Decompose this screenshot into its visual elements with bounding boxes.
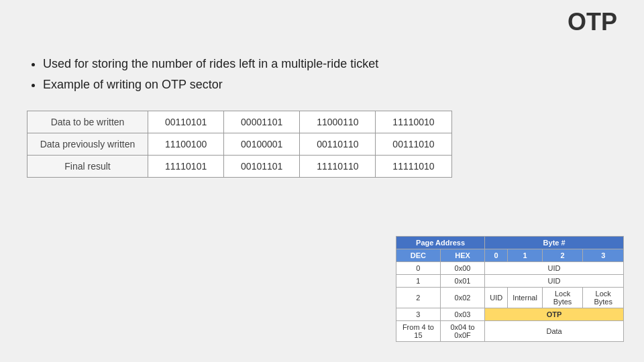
byte2-header: 2 xyxy=(542,249,583,262)
bullet-1: Used for storing the number of rides lef… xyxy=(43,54,617,74)
bullet-list: Used for storing the number of rides lef… xyxy=(27,54,617,95)
byte3-header: 3 xyxy=(583,249,624,262)
hex-cell: 0x03 xyxy=(440,308,484,321)
hex-header: HEX xyxy=(440,249,484,262)
table-row: From 4 to 15 0x04 to 0x0F Data xyxy=(396,321,624,342)
hex-cell: 0x02 xyxy=(440,288,484,308)
bullet-2: Example of writing on OTP sector xyxy=(43,74,617,95)
page: OTP Used for storing the number of rides… xyxy=(0,0,644,362)
dec-cell: 0 xyxy=(396,262,441,275)
hex-cell: 0x04 to 0x0F xyxy=(440,321,484,342)
data-cell-3: 00111010 xyxy=(376,133,451,156)
data-cell-0: 00110101 xyxy=(148,111,224,133)
dec-cell: 3 xyxy=(396,308,441,321)
row-label: Data to be written xyxy=(28,111,148,133)
uid-cell: UID xyxy=(485,275,624,288)
dec-cell: From 4 to 15 xyxy=(396,321,441,342)
row-label: Data previously written xyxy=(28,133,148,156)
dec-cell: 2 xyxy=(396,288,441,308)
table-row: 1 0x01 UID xyxy=(396,275,624,288)
table-row: 2 0x02 UID Internal Lock Bytes Lock Byte… xyxy=(396,288,624,308)
table-row: Final result1111010100101101111101101111… xyxy=(28,156,452,178)
otp-cell: OTP xyxy=(485,308,624,321)
table-row: Data to be written0011010100001101110001… xyxy=(28,111,452,133)
byte0-header: 0 xyxy=(485,249,508,262)
dec-header: DEC xyxy=(396,249,441,262)
data-cell-2: 00110110 xyxy=(300,133,376,156)
data-cell-0: 11100100 xyxy=(148,133,224,156)
hex-cell: 0x00 xyxy=(440,262,484,275)
page-title: OTP xyxy=(568,8,617,36)
otp-main-table: Data to be written0011010100001101110001… xyxy=(27,111,452,178)
uid-cell: UID xyxy=(485,262,624,275)
data-cell-1: 00101101 xyxy=(224,156,300,178)
info-section: Page Address Byte # DEC HEX 0 1 2 3 0 0x… xyxy=(396,236,624,342)
info-table: Page Address Byte # DEC HEX 0 1 2 3 0 0x… xyxy=(396,236,624,342)
row-label: Final result xyxy=(28,156,148,178)
table-row: 3 0x03 OTP xyxy=(396,308,624,321)
byte1-header: 1 xyxy=(508,249,543,262)
byte-header: Byte # xyxy=(485,237,624,249)
data-cell: Data xyxy=(485,321,624,342)
b0-cell: UID xyxy=(485,288,508,308)
data-cell-3: 11111010 xyxy=(376,156,451,178)
table-row: Data previously written11100100001000010… xyxy=(28,133,452,156)
table-row: 0 0x00 UID xyxy=(396,262,624,275)
dec-cell: 1 xyxy=(396,275,441,288)
data-cell-2: 11000110 xyxy=(300,111,376,133)
data-cell-1: 00001101 xyxy=(224,111,300,133)
b1-cell: Internal xyxy=(508,288,543,308)
data-cell-1: 00100001 xyxy=(224,133,300,156)
b3-cell: Lock Bytes xyxy=(583,288,624,308)
b2-cell: Lock Bytes xyxy=(542,288,583,308)
page-address-header: Page Address xyxy=(396,237,485,249)
data-cell-2: 11110110 xyxy=(300,156,376,178)
hex-cell: 0x01 xyxy=(440,275,484,288)
data-cell-0: 11110101 xyxy=(148,156,224,178)
data-cell-3: 11110010 xyxy=(376,111,451,133)
